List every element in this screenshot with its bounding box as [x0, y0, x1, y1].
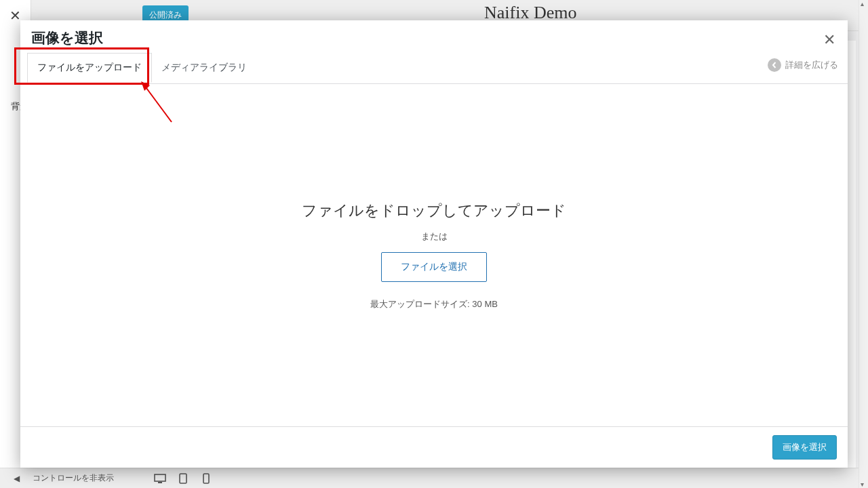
svg-rect-3 — [203, 474, 209, 483]
svg-rect-2 — [180, 474, 186, 483]
hide-controls-label[interactable]: コントロールを非表示 — [33, 472, 114, 484]
select-image-button[interactable]: 画像を選択 — [772, 435, 837, 460]
tab-upload-files[interactable]: ファイルをアップロード — [27, 53, 152, 83]
mobile-icon[interactable] — [199, 473, 213, 484]
customizer-bottombar: ◀ コントロールを非表示 — [0, 468, 859, 488]
dropzone-title: ファイルをドロップしてアップロード — [302, 201, 566, 221]
svg-rect-0 — [155, 474, 165, 481]
max-upload-size-text: 最大アップロードサイズ: 30 MB — [370, 298, 498, 310]
collapse-icon[interactable]: ◀ — [9, 473, 23, 484]
tablet-icon[interactable] — [176, 473, 190, 484]
modal-header: 画像を選択 — [20, 20, 848, 52]
modal-tabs: ファイルをアップロード メディアライブラリ 詳細を広げる — [20, 52, 848, 84]
modal-close-button[interactable]: ✕ — [823, 31, 835, 49]
modal-title: 画像を選択 — [31, 28, 837, 47]
desktop-icon[interactable] — [153, 473, 167, 484]
modal-footer: 画像を選択 — [20, 426, 848, 468]
upload-dropzone[interactable]: ファイルをドロップしてアップロード または ファイルを選択 最大アップロードサイ… — [20, 84, 848, 426]
select-files-button[interactable]: ファイルを選択 — [381, 252, 487, 282]
page-scrollbar[interactable] — [859, 0, 868, 488]
media-modal: 画像を選択 ✕ ファイルをアップロード メディアライブラリ 詳細を広げる ファイ… — [20, 20, 848, 468]
chevron-left-icon — [768, 58, 781, 72]
dropzone-or-text: または — [421, 230, 448, 243]
svg-rect-1 — [158, 482, 162, 483]
expand-details-label: 詳細を広げる — [785, 59, 838, 71]
expand-details-toggle[interactable]: 詳細を広げる — [768, 58, 838, 72]
tab-media-library[interactable]: メディアライブラリ — [152, 54, 256, 82]
